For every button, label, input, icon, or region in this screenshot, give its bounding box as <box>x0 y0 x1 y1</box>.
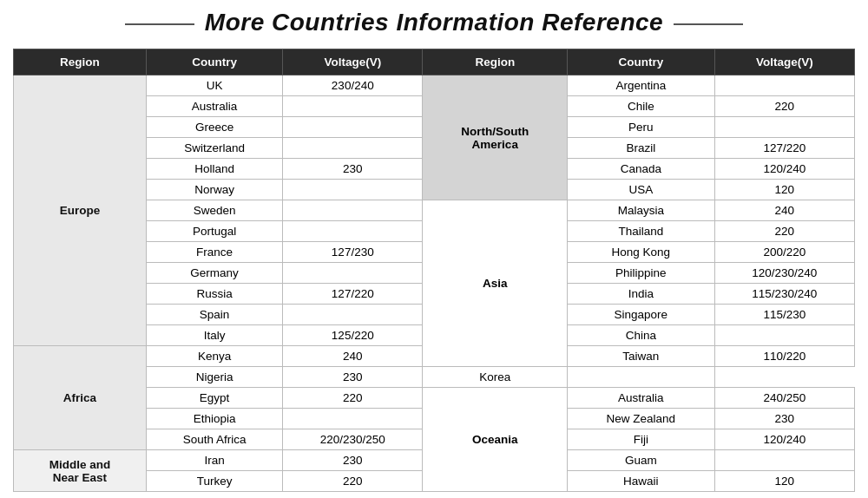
left-voltage-cell: 230 <box>283 367 423 388</box>
right-country-cell: Brazil <box>568 138 715 159</box>
right-voltage-cell: 120 <box>714 471 854 492</box>
left-voltage-cell: 220/230/250 <box>283 429 423 450</box>
left-voltage-cell: 230 <box>283 159 423 180</box>
right-country-cell: Singapore <box>568 305 715 325</box>
right-country-cell: Canada <box>568 159 715 180</box>
left-country-cell: Kenya <box>146 346 282 367</box>
right-voltage-cell: 120/230/240 <box>714 263 854 284</box>
left-country-cell: South Africa <box>146 429 282 450</box>
right-voltage-cell <box>714 450 854 471</box>
right-country-cell: Thailand <box>568 221 715 242</box>
right-region-cell: Asia <box>423 200 568 367</box>
left-voltage-cell: 240 <box>283 346 423 367</box>
left-country-cell: Italy <box>146 325 282 346</box>
left-voltage-cell <box>283 263 423 284</box>
right-voltage-cell: 120/240 <box>714 429 854 450</box>
right-voltage-cell: 220 <box>714 221 854 242</box>
left-country-cell: Greece <box>146 117 282 138</box>
right-country-cell: Taiwan <box>568 346 715 367</box>
left-country-cell: Holland <box>146 159 282 180</box>
left-voltage-cell: 125/220 <box>283 325 423 346</box>
left-country-cell: Russia <box>146 284 282 305</box>
left-country-cell: Australia <box>146 96 282 117</box>
right-country-cell: USA <box>568 180 715 200</box>
right-country-cell: Korea <box>423 367 568 388</box>
left-voltage-cell: 127/220 <box>283 284 423 305</box>
right-country-cell: Malaysia <box>568 200 715 221</box>
col-header-voltage-right: Voltage(V) <box>714 49 854 75</box>
right-country-cell: China <box>568 325 715 346</box>
right-voltage-cell: 115/230/240 <box>714 284 854 305</box>
col-header-region-right: Region <box>423 49 568 75</box>
left-voltage-cell <box>283 200 423 221</box>
page-wrapper: More Countries Information Reference Reg… <box>0 0 868 498</box>
header-row: Region Country Voltage(V) Region Country… <box>14 49 855 75</box>
left-country-cell: Spain <box>146 305 282 325</box>
right-country-cell: Fiji <box>568 429 715 450</box>
right-voltage-cell: 220 <box>714 96 854 117</box>
left-voltage-cell <box>283 221 423 242</box>
right-region-cell: North/SouthAmerica <box>423 75 568 200</box>
col-header-country-left: Country <box>146 49 282 75</box>
right-voltage-cell: 120/240 <box>714 159 854 180</box>
right-country-cell: Hong Kong <box>568 242 715 263</box>
right-region-cell: Oceania <box>423 388 568 492</box>
left-voltage-cell: 220 <box>283 471 423 492</box>
left-country-cell: Norway <box>146 180 282 200</box>
left-region-cell: Middle andNear East <box>14 450 147 492</box>
right-voltage-cell: 230 <box>714 409 854 429</box>
left-voltage-cell <box>283 305 423 325</box>
right-voltage-cell: 240 <box>714 200 854 221</box>
col-header-country-right: Country <box>568 49 715 75</box>
left-voltage-cell <box>283 180 423 200</box>
left-country-cell: Sweden <box>146 200 282 221</box>
right-voltage-cell <box>714 325 854 346</box>
right-country-cell: Argentina <box>568 75 715 96</box>
left-voltage-cell: 230 <box>283 450 423 471</box>
left-country-cell: Portugal <box>146 221 282 242</box>
right-voltage-cell <box>714 117 854 138</box>
main-table: Region Country Voltage(V) Region Country… <box>13 49 855 492</box>
left-country-cell: Germany <box>146 263 282 284</box>
right-voltage-cell: 115/230 <box>714 305 854 325</box>
left-voltage-cell <box>283 96 423 117</box>
right-country-cell: New Zealand <box>568 409 715 429</box>
right-voltage-cell <box>568 367 715 388</box>
left-voltage-cell <box>283 409 423 429</box>
left-country-cell: UK <box>146 75 282 96</box>
right-country-cell: Philippine <box>568 263 715 284</box>
left-country-cell: Ethiopia <box>146 409 282 429</box>
left-country-cell: Turkey <box>146 471 282 492</box>
left-country-cell: Nigeria <box>146 367 282 388</box>
page-title: More Countries Information Reference <box>13 9 855 36</box>
right-voltage-cell: 127/220 <box>714 138 854 159</box>
right-voltage-cell <box>714 75 854 96</box>
left-voltage-cell <box>283 138 423 159</box>
right-country-cell: Chile <box>568 96 715 117</box>
left-country-cell: Switzerland <box>146 138 282 159</box>
table-row: EuropeUK230/240North/SouthAmericaArgenti… <box>14 75 855 96</box>
left-country-cell: Egypt <box>146 388 282 409</box>
right-country-cell: Guam <box>568 450 715 471</box>
col-header-voltage-left: Voltage(V) <box>283 49 423 75</box>
right-country-cell: Hawaii <box>568 471 715 492</box>
left-region-cell: Africa <box>14 346 147 450</box>
left-voltage-cell: 127/230 <box>283 242 423 263</box>
col-header-region-left: Region <box>14 49 147 75</box>
right-voltage-cell: 240/250 <box>714 388 854 409</box>
left-voltage-cell: 220 <box>283 388 423 409</box>
left-region-cell: Europe <box>14 75 147 346</box>
right-country-cell: Australia <box>568 388 715 409</box>
right-country-cell: Peru <box>568 117 715 138</box>
left-country-cell: France <box>146 242 282 263</box>
left-voltage-cell <box>283 117 423 138</box>
left-voltage-cell: 230/240 <box>283 75 423 96</box>
right-country-cell: India <box>568 284 715 305</box>
right-voltage-cell: 200/220 <box>714 242 854 263</box>
right-voltage-cell: 110/220 <box>714 346 854 367</box>
left-country-cell: Iran <box>146 450 282 471</box>
right-voltage-cell: 120 <box>714 180 854 200</box>
